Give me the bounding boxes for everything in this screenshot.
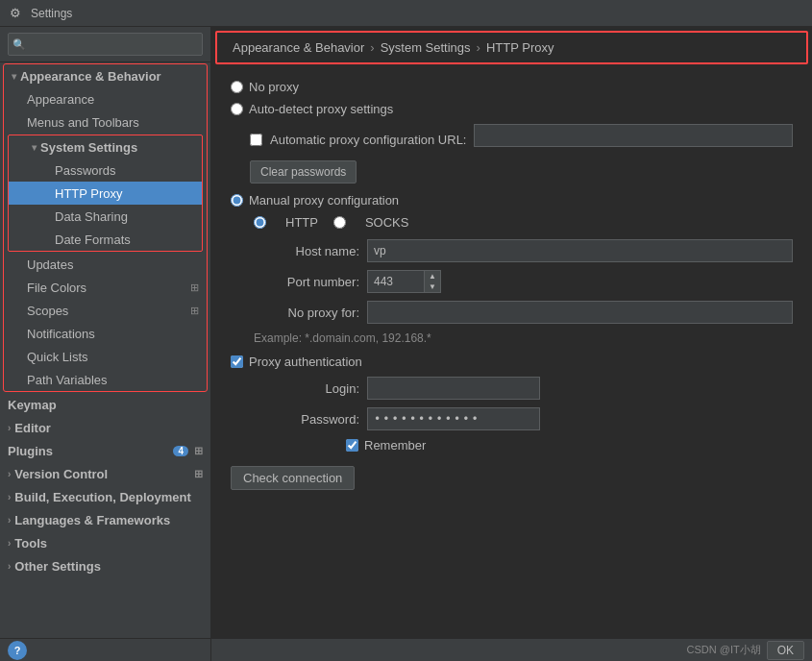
form-area: No proxy Auto-detect proxy settings Auto… [211, 68, 812, 638]
remember-checkbox[interactable] [346, 439, 358, 452]
auto-detect-row: Auto-detect proxy settings [231, 102, 793, 116]
content-area: Appearance & Behavior › System Settings … [211, 27, 812, 661]
title-bar: ⚙ Settings [0, 0, 812, 27]
sidebar-item-notifications[interactable]: Notifications [4, 322, 207, 345]
ok-button[interactable]: OK [767, 641, 804, 660]
sidebar-item-quick-lists[interactable]: Quick Lists [4, 345, 207, 368]
auto-proxy-url-label[interactable]: Automatic proxy configuration URL: [270, 133, 466, 147]
password-input[interactable] [367, 407, 540, 430]
host-name-label: Host name: [254, 244, 359, 258]
socks-radio[interactable] [333, 216, 346, 229]
sidebar-item-label: Keymap [8, 398, 57, 412]
sidebar-item-label: Notifications [27, 327, 95, 341]
no-proxy-label[interactable]: No proxy [249, 80, 299, 94]
manual-proxy-radio[interactable] [231, 194, 243, 207]
search-input[interactable] [8, 33, 203, 56]
sidebar-item-label: Tools [14, 536, 47, 551]
sidebar-item-label: Path Variables [27, 373, 108, 387]
port-up-button[interactable]: ▲ [425, 271, 440, 282]
sidebar-item-label: Quick Lists [27, 350, 88, 364]
port-down-button[interactable]: ▼ [425, 282, 440, 292]
proxy-auth-section: Proxy authentication Login: Password: Re… [231, 355, 793, 453]
sidebar-item-system-settings[interactable]: ▾ System Settings [9, 135, 202, 159]
no-proxy-for-row: No proxy for: [254, 301, 793, 324]
sidebar-item-scopes[interactable]: Scopes ⊞ [4, 299, 207, 322]
auto-proxy-url-input[interactable] [474, 124, 793, 147]
breadcrumb-part2: System Settings [381, 40, 471, 55]
remember-label[interactable]: Remember [364, 438, 426, 453]
auto-proxy-checkbox[interactable] [250, 134, 262, 146]
login-row: Login: [254, 377, 793, 400]
sidebar-item-label: Passwords [55, 163, 116, 178]
sidebar-item-label: System Settings [40, 140, 137, 155]
http-radio[interactable] [254, 216, 266, 229]
search-box[interactable]: 🔍 [0, 27, 210, 62]
expand-arrow: ▾ [32, 142, 37, 153]
http-label[interactable]: HTTP [285, 215, 318, 230]
auto-detect-label[interactable]: Auto-detect proxy settings [249, 102, 393, 116]
manual-proxy-label[interactable]: Manual proxy configuration [249, 193, 399, 208]
sidebar-item-menus-toolbars[interactable]: Menus and Toolbars [4, 110, 207, 134]
check-connection-row: Check connection [231, 462, 793, 490]
sidebar-item-lang-frameworks[interactable]: › Languages & Frameworks [0, 508, 210, 531]
breadcrumb-part1: Appearance & Behavior [233, 40, 364, 55]
settings-icon: ⚙ [10, 6, 25, 21]
no-proxy-for-input[interactable] [367, 301, 793, 324]
no-proxy-for-label: No proxy for: [254, 306, 359, 320]
sidebar-item-label: HTTP Proxy [55, 186, 123, 201]
sidebar-item-label: Version Control [14, 467, 108, 481]
appearance-behavior-section: ▾ Appearance & Behavior Appearance Menus… [3, 63, 208, 392]
system-settings-box: ▾ System Settings Passwords HTTP Proxy D… [8, 135, 203, 252]
sidebar-item-label: Other Settings [14, 559, 101, 574]
breadcrumb-sep2: › [477, 40, 480, 55]
sidebar-item-label: Scopes [27, 304, 68, 318]
password-label: Password: [254, 412, 359, 427]
remember-row: Remember [346, 438, 793, 453]
sidebar-item-version-control[interactable]: › Version Control ⊞ [0, 462, 210, 485]
auto-detect-radio[interactable] [231, 103, 243, 115]
port-number-row: Port number: ▲ ▼ [254, 270, 793, 293]
sidebar-item-plugins[interactable]: Plugins 4 ⊞ [0, 439, 210, 462]
sidebar-item-label: Menus and Toolbars [27, 115, 139, 130]
sidebar-item-http-proxy[interactable]: HTTP Proxy [9, 182, 202, 205]
sidebar-item-data-sharing[interactable]: Data Sharing [9, 205, 202, 228]
breadcrumb: Appearance & Behavior › System Settings … [215, 31, 808, 64]
help-button[interactable]: ? [8, 641, 27, 660]
no-proxy-row: No proxy [231, 80, 793, 94]
sidebar-item-appearance-behavior[interactable]: ▾ Appearance & Behavior [4, 64, 207, 87]
expand-arrow: › [8, 561, 11, 572]
sidebar-item-date-formats[interactable]: Date Formats [9, 228, 202, 251]
bottom-right: CSDN @IT小胡 OK [686, 641, 804, 660]
host-name-row: Host name: [254, 239, 793, 262]
sidebar-item-updates[interactable]: Updates [4, 253, 207, 276]
sidebar-item-label: Data Sharing [55, 209, 128, 224]
scopes-icon: ⊞ [190, 305, 199, 317]
sidebar-item-build-exec[interactable]: › Build, Execution, Deployment [0, 485, 210, 508]
port-input[interactable] [367, 270, 425, 293]
socks-label[interactable]: SOCKS [365, 215, 409, 230]
port-spinner: ▲ ▼ [425, 270, 441, 293]
sidebar-item-appearance[interactable]: Appearance [4, 87, 207, 110]
proxy-auth-label[interactable]: Proxy authentication [249, 355, 362, 369]
sidebar-item-label: Languages & Frameworks [14, 513, 170, 527]
sidebar-item-path-variables[interactable]: Path Variables [4, 368, 207, 391]
sidebar-item-file-colors[interactable]: File Colors ⊞ [4, 276, 207, 299]
sidebar-item-other-settings[interactable]: › Other Settings [0, 554, 210, 577]
sidebar-item-passwords[interactable]: Passwords [9, 159, 202, 182]
password-row: Password: [254, 407, 793, 430]
plugins-badge: 4 [173, 446, 188, 456]
sidebar-item-label: Editor [14, 421, 51, 435]
login-input[interactable] [367, 377, 540, 400]
sidebar-item-editor[interactable]: › Editor [0, 416, 210, 439]
sidebar-item-label: File Colors [27, 281, 86, 295]
proxy-auth-checkbox[interactable] [231, 355, 243, 368]
sidebar-item-keymap[interactable]: Keymap [0, 393, 210, 416]
sidebar-scroll[interactable]: ▾ Appearance & Behavior Appearance Menus… [0, 62, 210, 638]
host-name-input[interactable] [367, 239, 793, 262]
sidebar-item-label: Plugins [8, 444, 53, 458]
clear-passwords-button[interactable]: Clear passwords [250, 160, 357, 184]
sidebar-item-label: Appearance [27, 92, 94, 107]
check-connection-button[interactable]: Check connection [231, 466, 355, 490]
sidebar-item-tools[interactable]: › Tools [0, 531, 210, 554]
no-proxy-radio[interactable] [231, 81, 243, 93]
